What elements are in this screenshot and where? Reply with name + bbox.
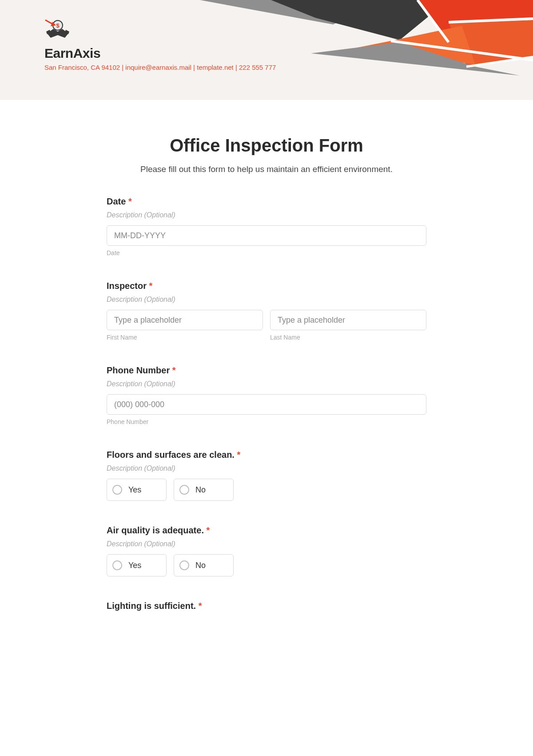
field-air-desc: Description (Optional) — [107, 540, 426, 548]
radio-label: No — [195, 561, 206, 570]
air-no-option[interactable]: No — [174, 554, 234, 576]
brand-contact: San Francisco, CA 94102 | inquire@earnax… — [44, 64, 276, 71]
radio-label: Yes — [128, 561, 141, 570]
air-yes-option[interactable]: Yes — [107, 554, 167, 576]
field-date: Date * Description (Optional) Date — [107, 196, 426, 256]
first-name-sublabel: First Name — [107, 334, 263, 341]
radio-icon — [112, 560, 122, 570]
field-floors-label: Floors and surfaces are clean. * — [107, 450, 426, 460]
label-text: Inspector — [107, 281, 147, 291]
field-air-label: Air quality is adequate. * — [107, 525, 426, 536]
phone-sublabel: Phone Number — [107, 418, 426, 425]
form-subtitle: Please fill out this form to help us mai… — [107, 164, 426, 174]
field-inspector-desc: Description (Optional) — [107, 296, 426, 304]
field-phone-label: Phone Number * — [107, 365, 426, 376]
date-sublabel: Date — [107, 249, 426, 256]
floors-no-option[interactable]: No — [174, 479, 234, 501]
floors-yes-option[interactable]: Yes — [107, 479, 167, 501]
required-marker: * — [237, 450, 240, 460]
radio-icon — [179, 485, 189, 495]
required-marker: * — [128, 196, 132, 206]
inspector-last-name-input[interactable] — [270, 310, 426, 330]
field-lighting: Lighting is sufficient. * — [107, 601, 426, 611]
label-text: Date — [107, 196, 126, 206]
field-inspector-label: Inspector * — [107, 281, 426, 291]
required-marker: * — [199, 601, 202, 611]
field-phone-desc: Description (Optional) — [107, 380, 426, 388]
field-inspector: Inspector * Description (Optional) First… — [107, 281, 426, 341]
radio-label: Yes — [128, 485, 141, 495]
field-date-label: Date * — [107, 196, 426, 207]
inspector-first-name-input[interactable] — [107, 310, 263, 330]
brand-block: $ EarnAxis San Francisco, CA 94102 | inq… — [44, 16, 276, 71]
radio-icon — [112, 485, 122, 495]
field-date-desc: Description (Optional) — [107, 211, 426, 219]
phone-input[interactable] — [107, 394, 426, 415]
field-air: Air quality is adequate. * Description (… — [107, 525, 426, 576]
radio-label: No — [195, 485, 206, 495]
header-band: $ EarnAxis San Francisco, CA 94102 | inq… — [0, 0, 533, 100]
required-marker: * — [207, 525, 210, 535]
label-text: Lighting is sufficient. — [107, 601, 196, 611]
label-text: Phone Number — [107, 365, 170, 375]
form-title: Office Inspection Form — [107, 136, 426, 156]
radio-icon — [179, 560, 189, 570]
last-name-sublabel: Last Name — [270, 334, 426, 341]
field-phone: Phone Number * Description (Optional) Ph… — [107, 365, 426, 425]
svg-text:$: $ — [56, 22, 60, 29]
label-text: Air quality is adequate. — [107, 525, 204, 535]
required-marker: * — [149, 281, 153, 291]
form-container: Office Inspection Form Please fill out t… — [107, 100, 426, 633]
brand-name: EarnAxis — [44, 46, 276, 61]
required-marker: * — [172, 365, 176, 375]
field-floors: Floors and surfaces are clean. * Descrip… — [107, 450, 426, 501]
label-text: Floors and surfaces are clean. — [107, 450, 235, 460]
field-floors-desc: Description (Optional) — [107, 464, 426, 472]
brand-logo-icon: $ — [44, 16, 71, 42]
date-input[interactable] — [107, 225, 426, 246]
field-lighting-label: Lighting is sufficient. * — [107, 601, 426, 611]
